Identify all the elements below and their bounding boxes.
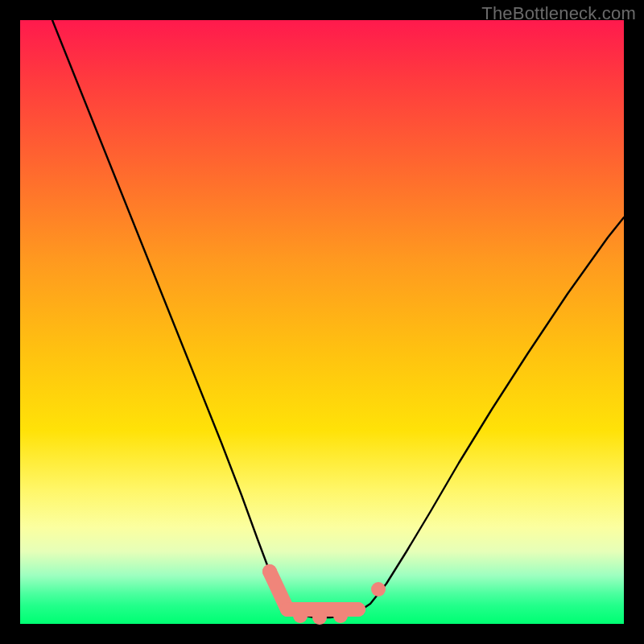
curve-layer: [20, 20, 624, 624]
marker-flat-a: [293, 609, 308, 623]
plot-area: [20, 20, 624, 624]
bottleneck-curve: [52, 20, 624, 617]
chart-frame: TheBottleneck.com: [0, 0, 644, 644]
marker-flat-c: [333, 609, 348, 623]
marker-right-dot: [371, 582, 386, 597]
marker-right-cap-bottom: [351, 602, 365, 617]
marker-flat-b: [312, 610, 327, 625]
marker-left-cap-top: [262, 564, 277, 579]
marker-left-cap-bottom: [280, 602, 295, 617]
